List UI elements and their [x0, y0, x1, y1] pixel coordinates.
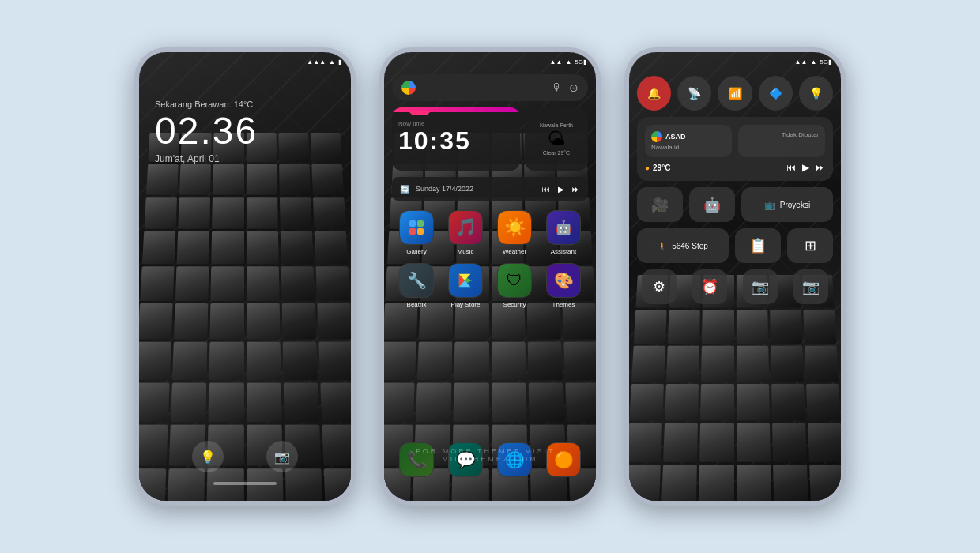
signal-icon: ▲▲▲ — [307, 58, 326, 66]
status-bar: ▲▲▲ ▲ ▮ — [149, 58, 341, 66]
app-music[interactable]: 🎵 Music — [445, 210, 486, 255]
next-icon[interactable]: ⏭ — [572, 185, 580, 194]
asad-icon-row: ASAD — [651, 131, 726, 142]
hotspot-toggle[interactable]: 📡 — [677, 76, 711, 111]
dock-app4[interactable]: 🟠 — [543, 442, 584, 477]
cc-qr-icon: ⊞ — [805, 237, 816, 254]
cc-proyeksi-btn[interactable]: 📺 Proyeksi — [741, 187, 833, 222]
lock-date: Jum'at, April 01 — [155, 153, 335, 164]
lens-icon[interactable]: ⊙ — [569, 81, 579, 94]
pink-accent-bar — [392, 107, 520, 112]
cc-android-icon: 🤖 — [703, 196, 721, 213]
chrome-icon: 🌐 — [497, 442, 532, 477]
app-assistant[interactable]: 🤖 Assistant — [543, 210, 584, 255]
clock-widget: Now time 10:35 Nawala Perth 🌤 Clear 29°C — [392, 107, 588, 171]
dock-messages[interactable]: 💬 — [445, 442, 486, 477]
playstore-icon — [448, 263, 483, 298]
quick-toggle-row: 🔔 📡 📶 🔷 💡 — [637, 76, 833, 111]
music-label: Music — [458, 248, 474, 255]
assistant-icon: 🤖 — [546, 210, 581, 245]
not-playing-panel: Tidak Diputar — [738, 125, 825, 157]
cc-scan2-icon: 📷 — [802, 278, 820, 295]
svg-rect-2 — [409, 228, 416, 235]
beatrix-icon: 🔧 — [399, 263, 434, 298]
security-icon: 🛡 — [497, 263, 532, 298]
home-status-bar: ▲▲ ▲ 5G▮ — [394, 58, 586, 66]
mic-icon[interactable]: 🎙 — [552, 81, 563, 94]
settings-icon: ⚙ — [653, 278, 665, 295]
flashlight-cc-icon: 💡 — [809, 87, 823, 100]
cc-tv-icon: 📺 — [764, 200, 775, 210]
play-icon[interactable]: ▶ — [558, 185, 564, 194]
battery-icon: ▮ — [338, 58, 341, 66]
steps-count: 5646 Step — [672, 242, 708, 250]
app-row-1: Gallery 🎵 Music ☀️ Weather — [392, 210, 588, 255]
phone-homescreen: ▲▲ ▲ 5G▮ 🎙 ⊙ Now time 10:35 Nawala Pe — [379, 47, 601, 506]
weather-widget: Nawala Perth 🌤 Clear 29°C — [525, 107, 588, 171]
cc-play-icon[interactable]: ▶ — [802, 162, 809, 173]
cc-row-4: 🚶 5646 Step 📋 ⊞ — [637, 228, 833, 263]
temp-row: ● 29°C — [645, 164, 670, 172]
clock-left-panel: Now time 10:35 — [392, 107, 520, 171]
bluetooth-toggle[interactable]: 🔷 — [759, 76, 793, 111]
cc-scan-icon: 📷 — [752, 278, 769, 295]
weather-description: Clear 29°C — [543, 150, 570, 156]
app-weather[interactable]: ☀️ Weather — [494, 210, 535, 255]
lock-bottom-bar: 💡 📷 — [139, 441, 351, 485]
app-playstore[interactable]: Play Store — [445, 263, 486, 308]
cc-settings-btn[interactable]: ⚙ — [642, 269, 677, 304]
dock-phone[interactable]: 📞 — [396, 442, 437, 477]
cc-scan-btn[interactable]: 📷 — [743, 269, 778, 304]
app-gallery[interactable]: Gallery — [396, 210, 437, 255]
google-search-bar[interactable]: 🎙 ⊙ — [392, 74, 588, 101]
cc-prev-icon[interactable]: ⏮ — [786, 162, 796, 173]
music-controls: ⏮ ▶ ⏭ — [542, 185, 580, 194]
cc-battery-icon: 5G▮ — [820, 58, 831, 66]
cc-camera-btn[interactable]: 🎥 — [637, 187, 683, 222]
music-app-asad: ASAD Nawala.id — [645, 125, 732, 157]
dock-chrome[interactable]: 🌐 — [494, 442, 535, 477]
cc-alarm-btn[interactable]: ⏰ — [692, 269, 727, 304]
cc-android-btn[interactable]: 🤖 — [689, 187, 735, 222]
alarm-icon: 🔔 — [647, 87, 661, 100]
themes-icon: 🎨 — [546, 263, 581, 298]
camera-button[interactable]: 📷 — [266, 441, 298, 472]
flashlight-toggle[interactable]: 💡 — [799, 76, 833, 111]
cc-steps-btn[interactable]: 🚶 5646 Step — [637, 228, 729, 263]
lockscreen-content: Sekarang Berawan. 14°C 02.36 Jum'at, Apr… — [155, 100, 335, 164]
cc-list-btn[interactable]: 📋 — [735, 228, 781, 263]
cc-scan2-btn[interactable]: 📷 — [793, 269, 828, 304]
cc-status-bar: ▲▲ ▲ 5G▮ — [639, 58, 831, 66]
cc-qr-btn[interactable]: ⊞ — [787, 228, 833, 263]
home-battery-icon: 5G▮ — [575, 58, 586, 66]
cc-row-5: ⚙ ⏰ 📷 📷 — [637, 269, 833, 304]
orange-app-icon: 🟠 — [546, 442, 581, 477]
wifi-icon: 📶 — [729, 87, 742, 100]
asad-sub: Nawala.id — [651, 144, 726, 151]
gallery-label: Gallery — [406, 248, 426, 255]
cc-wifi-icon: ▲ — [810, 58, 816, 66]
weather-location: Nawala Perth — [540, 122, 573, 128]
app-themes[interactable]: 🎨 Themes — [543, 263, 584, 308]
phone-controlcenter: ▲▲ ▲ 5G▮ 🔔 📡 📶 — [624, 47, 846, 506]
temperature-display: 29°C — [653, 164, 670, 172]
app-dock: 📞 💬 🌐 🟠 — [392, 442, 588, 477]
home-indicator — [213, 482, 277, 485]
flashlight-button[interactable]: 💡 — [192, 441, 224, 472]
google-logo — [401, 81, 416, 95]
app-grid: Gallery 🎵 Music ☀️ Weather — [392, 210, 588, 316]
control-center-panel: 🔔 📡 📶 🔷 💡 — [637, 76, 833, 310]
app-security[interactable]: 🛡 Security — [494, 263, 535, 308]
security-label: Security — [503, 301, 526, 308]
messages-icon: 💬 — [448, 442, 483, 477]
weather-icon: 🌤 — [547, 128, 566, 150]
app-beatrix[interactable]: 🔧 Beatrix — [396, 263, 437, 308]
cc-next-icon[interactable]: ⏭ — [816, 162, 825, 173]
music-refresh-icon: 🔄 — [400, 185, 409, 194]
prev-icon[interactable]: ⏮ — [542, 185, 550, 194]
music-bottom-row: ● 29°C ⏮ ▶ ⏭ — [645, 162, 825, 173]
not-playing-label: Tidak Diputar — [744, 131, 819, 138]
alarm-toggle[interactable]: 🔔 — [637, 76, 671, 111]
gallery-icon — [399, 210, 434, 245]
wifi-toggle[interactable]: 📶 — [718, 76, 752, 111]
